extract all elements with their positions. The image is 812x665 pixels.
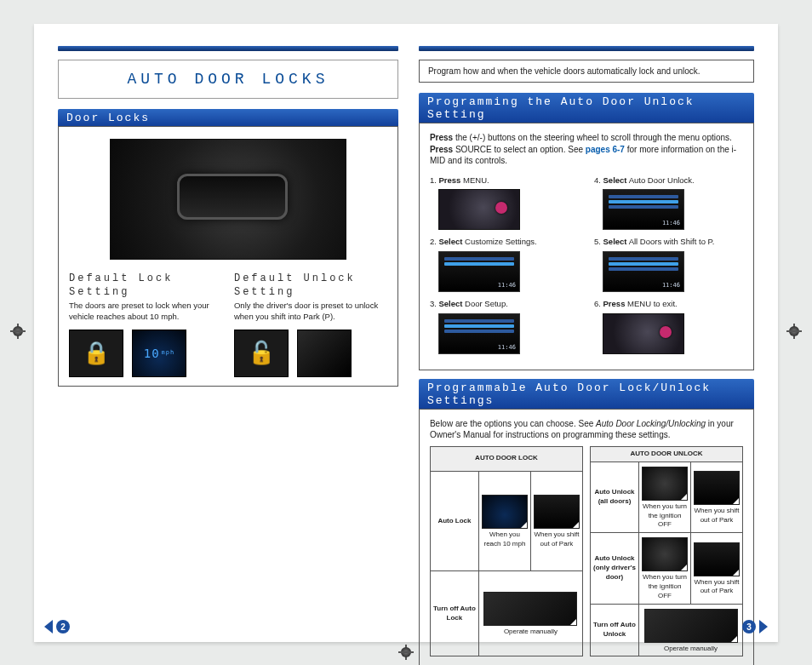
right-page: Program how and when the vehicle doors a…	[419, 46, 754, 632]
lock-icon: 🔒	[70, 330, 123, 376]
opt-img-shift1	[694, 471, 740, 505]
opt-img-manual-lock	[483, 592, 577, 626]
auto-door-lock-table: AUTO DOOR LOCK Auto Lock When you reach …	[430, 446, 583, 656]
section-heading-door-locks: Door Locks	[58, 109, 398, 126]
step3-image: 11:46	[438, 313, 520, 354]
step1-image	[438, 189, 520, 230]
lock-icon-thumb: 🔒	[69, 330, 123, 377]
speedometer-thumb: 10mph	[132, 330, 186, 377]
steps-right-column: 4. Select Auto Door Unlock. 11:46 5. Sel…	[594, 172, 743, 361]
crop-mark-right	[786, 324, 802, 339]
default-lock-heading: Default Lock Setting	[69, 272, 222, 299]
step2-image: 11:46	[438, 251, 520, 292]
left-page: AUTO DOOR LOCKS Door Locks Default Lock …	[58, 46, 398, 632]
page-spread: AUTO DOOR LOCKS Door Locks Default Lock …	[34, 24, 778, 642]
options-intro: Below are the options you can choose. Se…	[430, 418, 743, 441]
step6-image	[603, 313, 684, 354]
section-heading-options: Programmable Auto Door Lock/Unlock Setti…	[419, 379, 754, 409]
top-description: Program how and when the vehicle doors a…	[419, 60, 754, 83]
door-locks-box: Default Lock Setting The doors are prese…	[58, 126, 398, 387]
programming-intro: Press the (+/-) buttons on the steering …	[430, 132, 743, 167]
opt-img-ign1	[642, 467, 688, 501]
default-unlock-heading: Default Unlock Setting	[234, 272, 387, 299]
door-handle-photo	[110, 139, 346, 260]
shifter-thumb	[297, 330, 352, 377]
accent-bar-right	[419, 46, 754, 51]
section-heading-programming: Programming the Auto Door Unlock Setting	[419, 93, 754, 123]
opt-img-speed	[482, 495, 528, 529]
programming-box: Press the (+/-) buttons on the steering …	[419, 123, 754, 370]
steps-left-column: 1. Press MENU. 2. Select Customize Setti…	[430, 172, 579, 361]
unlock-icon-thumb: 🔓	[234, 330, 289, 377]
opt-img-ign2	[642, 537, 688, 571]
page-number-right: 3	[742, 620, 768, 633]
options-box: Below are the options you can choose. Se…	[419, 409, 754, 665]
unlock-icon: 🔓	[235, 330, 288, 376]
accent-bar-left	[58, 46, 398, 51]
crop-mark-left	[10, 324, 26, 339]
step4-image: 11:46	[603, 189, 684, 230]
opt-img-manual-unlock	[644, 609, 738, 643]
opt-img-shift	[534, 495, 580, 529]
default-lock-text: The doors are preset to lock when your v…	[69, 301, 222, 323]
pages-link[interactable]: pages 6-7	[586, 145, 625, 154]
auto-door-unlock-table: AUTO DOOR UNLOCK Auto Unlock (all doors)…	[590, 446, 743, 656]
step5-image: 11:46	[603, 251, 684, 292]
opt-img-shift2	[694, 542, 740, 576]
page-number-left: 2	[44, 620, 70, 633]
main-title: AUTO DOOR LOCKS	[58, 60, 398, 99]
crop-mark-bottom	[398, 645, 414, 660]
default-unlock-text: Only the driver's door is preset to unlo…	[234, 301, 387, 323]
